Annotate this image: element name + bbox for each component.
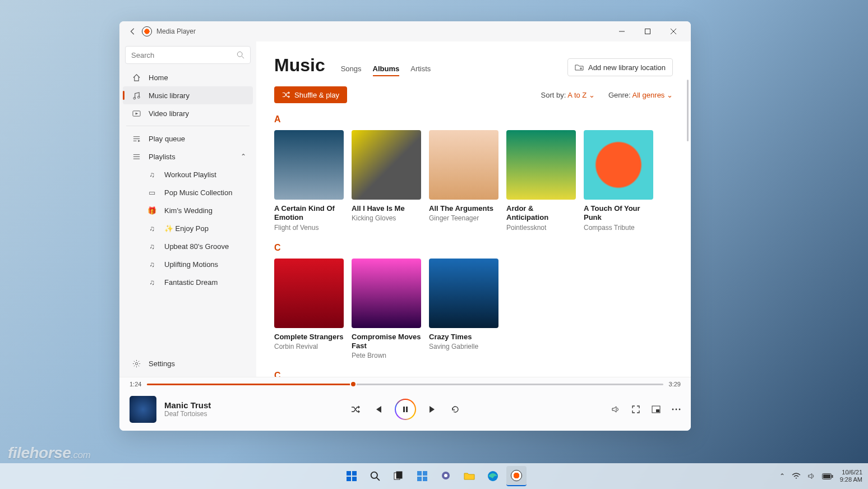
sidebar-item-music-library[interactable]: Music library <box>123 86 253 104</box>
progress-fill <box>147 384 353 385</box>
album-card[interactable]: All I Have Is MeKicking Gloves <box>352 130 421 232</box>
app-icon <box>142 26 152 36</box>
chat-icon[interactable] <box>436 466 456 486</box>
playlist-label: Workout Playlist <box>164 170 216 179</box>
media-player-taskbar-icon[interactable] <box>506 466 527 486</box>
sidebar-item-video-library[interactable]: Video library <box>123 104 253 122</box>
playlist-item[interactable]: ♫Workout Playlist <box>123 165 253 183</box>
queue-icon <box>131 135 142 143</box>
progress-track[interactable] <box>147 384 663 385</box>
section-letter[interactable]: C <box>274 371 673 377</box>
controls-row: Manic Trust Deaf Tortoises <box>119 387 691 431</box>
album-card[interactable]: All The ArgumentsGinger Teenager <box>429 130 498 232</box>
album-artist: Compass Tribute <box>584 224 653 232</box>
album-card[interactable]: Complete StrangersCorbin Revival <box>274 259 344 360</box>
battery-icon[interactable] <box>822 473 833 479</box>
start-button[interactable] <box>341 466 362 486</box>
task-view-icon[interactable] <box>389 466 409 486</box>
playlist-label: Upbeat 80's Groove <box>164 242 229 251</box>
chevron-down-icon: ⌄ <box>667 91 673 99</box>
playlist-item[interactable]: ♫Fantastic Dream <box>123 273 253 291</box>
playlist-item[interactable]: ♫Upbeat 80's Groove <box>123 237 253 255</box>
album-cover <box>429 259 498 328</box>
shuffle-play-button[interactable]: Shuffle & play <box>274 86 347 103</box>
album-card[interactable]: A Certain Kind Of EmotionFlight of Venus <box>274 130 344 232</box>
svg-point-19 <box>371 472 377 478</box>
sort-label: Sort by: <box>541 91 566 99</box>
fullscreen-button[interactable] <box>631 405 640 414</box>
sidebar-item-playlists[interactable]: Playlists ⌃ <box>123 147 253 165</box>
elapsed-time: 1:24 <box>130 381 141 387</box>
sidebar: Search Home Music library Video library <box>119 41 256 377</box>
album-card[interactable]: Crazy TimesSaving Gabrielle <box>429 259 498 360</box>
taskbar-center <box>341 466 527 486</box>
album-card[interactable]: Compromise Moves FastPete Brown <box>352 259 421 360</box>
svg-rect-24 <box>423 471 427 476</box>
progress-knob[interactable] <box>350 381 357 387</box>
sidebar-item-label: Home <box>149 73 168 82</box>
album-title: All I Have Is Me <box>352 204 421 213</box>
sort-by-dropdown[interactable]: Sort by: A to Z ⌄ <box>541 91 595 99</box>
sidebar-item-settings[interactable]: Settings <box>123 354 253 372</box>
svg-point-7 <box>135 362 137 365</box>
volume-tray-icon[interactable] <box>807 472 815 480</box>
app-title: Media Player <box>156 27 609 35</box>
add-library-location-button[interactable]: Add new library location <box>567 58 673 76</box>
section-letter[interactable]: A <box>274 114 673 124</box>
shuffle-button[interactable] <box>350 404 361 415</box>
playlist-label: Uplifting Motions <box>164 260 218 269</box>
main-header: Music Songs Albums Artists Add new libra… <box>274 55 673 76</box>
album-card[interactable]: Ardor & AnticipationPointlessknot <box>506 130 576 232</box>
svg-rect-32 <box>823 474 830 478</box>
sort-value: A to Z <box>567 91 587 99</box>
tab-songs[interactable]: Songs <box>341 64 362 76</box>
album-card[interactable]: A Touch Of Your PunkCompass Tribute <box>584 130 653 232</box>
previous-button[interactable] <box>372 404 384 415</box>
next-button[interactable] <box>427 404 438 415</box>
playlist-item[interactable]: 🎁Kim's Wedding <box>123 201 253 219</box>
tab-artists[interactable]: Artists <box>410 64 431 76</box>
play-pause-button[interactable] <box>395 399 416 420</box>
album-cover <box>584 130 653 200</box>
tab-albums[interactable]: Albums <box>373 64 400 76</box>
svg-point-28 <box>444 474 447 477</box>
album-cover <box>274 259 344 328</box>
sidebar-item-play-queue[interactable]: Play queue <box>123 130 253 147</box>
genre-dropdown[interactable]: Genre: All genres ⌄ <box>608 91 673 99</box>
search-taskbar-icon[interactable] <box>365 466 385 486</box>
now-playing-meta: Manic Trust Deaf Tortoises <box>164 400 211 418</box>
tray-date: 10/6/21 <box>840 469 862 476</box>
file-explorer-icon[interactable] <box>459 466 479 486</box>
playlist-item[interactable]: ♫Uplifting Motions <box>123 255 253 273</box>
album-artist: Flight of Venus <box>274 224 344 232</box>
scrollbar[interactable] <box>687 80 689 141</box>
maximize-button[interactable] <box>635 21 661 41</box>
tray-overflow-icon[interactable]: ⌃ <box>779 472 785 480</box>
toolbar: Shuffle & play Sort by: A to Z ⌄ Genre: … <box>274 86 673 103</box>
wifi-icon[interactable] <box>792 473 801 479</box>
edge-icon[interactable] <box>483 466 503 486</box>
now-playing-artwork[interactable] <box>130 396 156 423</box>
playlist-item[interactable]: ▭Pop Music Collection <box>123 183 253 201</box>
widgets-icon[interactable] <box>412 466 432 486</box>
svg-line-3 <box>242 56 244 58</box>
back-button[interactable] <box>124 27 142 35</box>
tray-clock[interactable]: 10/6/21 9:28 AM <box>840 469 862 483</box>
search-input[interactable]: Search <box>125 46 251 64</box>
svg-rect-17 <box>347 477 351 481</box>
playlist-item[interactable]: ♫✨ Enjoy Pop <box>123 219 253 237</box>
miniplayer-button[interactable] <box>652 405 661 414</box>
more-button[interactable] <box>672 408 681 410</box>
music-icon: ♫ <box>146 224 158 233</box>
sidebar-item-home[interactable]: Home <box>123 68 253 86</box>
playlist-label: Fantastic Dream <box>164 278 218 287</box>
gear-icon <box>131 359 142 368</box>
playlist-label: ✨ Enjoy Pop <box>164 224 209 233</box>
section-letter[interactable]: C <box>274 243 673 253</box>
minimize-button[interactable] <box>609 21 635 41</box>
repeat-button[interactable] <box>450 404 461 415</box>
close-button[interactable] <box>661 21 686 41</box>
tray-time: 9:28 AM <box>840 476 862 483</box>
svg-rect-1 <box>645 29 650 34</box>
volume-button[interactable] <box>611 405 620 414</box>
